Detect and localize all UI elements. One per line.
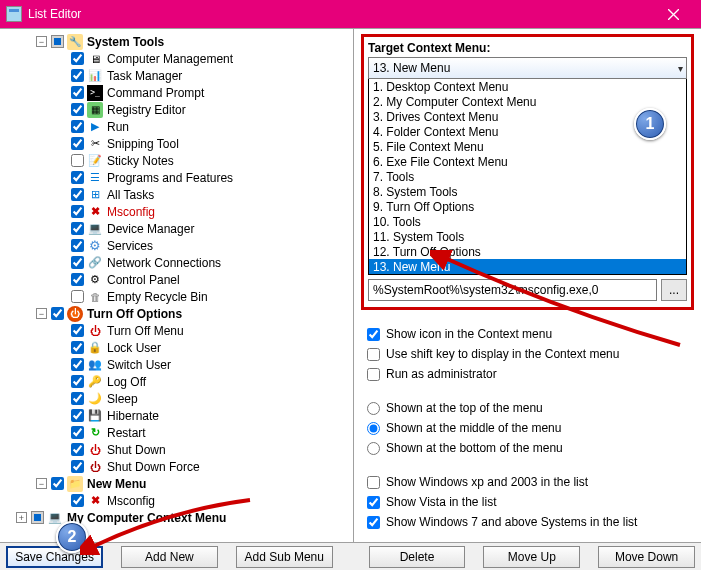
tree-checkbox[interactable] — [71, 120, 84, 133]
tree-node[interactable]: +My Computer Context Menu — [6, 509, 353, 526]
tree-node[interactable]: All Tasks — [6, 186, 353, 203]
tree-node[interactable]: Switch User — [6, 356, 353, 373]
tree-node[interactable]: Task Manager — [6, 67, 353, 84]
tree-node[interactable]: −New Menu — [6, 475, 353, 492]
dropdown-option[interactable]: 11. System Tools — [369, 229, 686, 244]
dropdown-option[interactable]: 3. Drives Context Menu — [369, 109, 686, 124]
tree-node[interactable]: Log Off — [6, 373, 353, 390]
sd-icon — [87, 442, 103, 458]
dropdown-option[interactable]: 6. Exe File Context Menu — [369, 154, 686, 169]
tree-checkbox[interactable] — [71, 290, 84, 303]
dropdown-option[interactable]: 10. Tools — [369, 214, 686, 229]
tree-node[interactable]: Hibernate — [6, 407, 353, 424]
tree-checkbox[interactable] — [71, 341, 84, 354]
tree-node[interactable]: −System Tools — [6, 33, 353, 50]
tree-checkbox[interactable] — [71, 392, 84, 405]
icon-path-input[interactable] — [368, 279, 657, 301]
target-combobox[interactable]: 13. New Menu ▾ — [368, 57, 687, 79]
show-xp-checkbox[interactable] — [367, 476, 380, 489]
tree-scroll[interactable]: −System ToolsComputer ManagementTask Man… — [6, 33, 353, 542]
save-changes-button[interactable]: Save Changes — [6, 546, 103, 568]
tree-checkbox[interactable] — [71, 137, 84, 150]
tree-node[interactable]: Sticky Notes — [6, 152, 353, 169]
run-admin-checkbox[interactable] — [367, 368, 380, 381]
delete-button[interactable]: Delete — [369, 546, 466, 568]
dropdown-option[interactable]: 4. Folder Context Menu — [369, 124, 686, 139]
tree-checkbox[interactable] — [51, 307, 64, 320]
expander-icon[interactable]: − — [36, 36, 47, 47]
tree-checkbox[interactable] — [71, 375, 84, 388]
tree-node[interactable]: Shut Down — [6, 441, 353, 458]
expander-icon[interactable]: + — [16, 512, 27, 523]
tree-checkbox[interactable] — [71, 256, 84, 269]
pos-mid-radio[interactable] — [367, 422, 380, 435]
tree-checkbox[interactable] — [71, 426, 84, 439]
target-dropdown-list[interactable]: 1. Desktop Context Menu2. My Computer Co… — [368, 79, 687, 275]
tree-node[interactable]: Programs and Features — [6, 169, 353, 186]
tree-checkbox[interactable] — [71, 171, 84, 184]
tree-node[interactable]: Computer Management — [6, 50, 353, 67]
tree-checkbox[interactable] — [71, 103, 84, 116]
tree-checkbox[interactable] — [71, 154, 84, 167]
dropdown-option[interactable]: 8. System Tools — [369, 184, 686, 199]
dropdown-option[interactable]: 1. Desktop Context Menu — [369, 79, 686, 94]
expander-icon[interactable]: − — [36, 478, 47, 489]
tree-node[interactable]: Msconfig — [6, 492, 353, 509]
tree-checkbox[interactable] — [51, 35, 64, 48]
move-up-button[interactable]: Move Up — [483, 546, 580, 568]
tree-checkbox[interactable] — [71, 273, 84, 286]
tree-checkbox[interactable] — [71, 443, 84, 456]
tree-node[interactable]: Command Prompt — [6, 84, 353, 101]
tree-node[interactable]: Control Panel — [6, 271, 353, 288]
tree-checkbox[interactable] — [71, 69, 84, 82]
tree-checkbox[interactable] — [31, 511, 44, 524]
tree-label: Snipping Tool — [107, 137, 179, 151]
tree-node[interactable]: Registry Editor — [6, 101, 353, 118]
net-icon — [87, 255, 103, 271]
tree-node[interactable]: Turn Off Menu — [6, 322, 353, 339]
expander-icon[interactable]: − — [36, 308, 47, 319]
show-win7-checkbox[interactable] — [367, 516, 380, 529]
show-vista-checkbox[interactable] — [367, 496, 380, 509]
tree-checkbox[interactable] — [71, 52, 84, 65]
dropdown-option[interactable]: 9. Turn Off Options — [369, 199, 686, 214]
close-button[interactable] — [651, 0, 695, 28]
target-label: Target Context Menu: — [368, 41, 687, 55]
use-shift-checkbox[interactable] — [367, 348, 380, 361]
tree-node[interactable]: Restart — [6, 424, 353, 441]
tree-checkbox[interactable] — [71, 222, 84, 235]
tree-node[interactable]: Network Connections — [6, 254, 353, 271]
add-new-button[interactable]: Add New — [121, 546, 218, 568]
tree-node[interactable]: Empty Recycle Bin — [6, 288, 353, 305]
dropdown-option[interactable]: 7. Tools — [369, 169, 686, 184]
tree-node[interactable]: Lock User — [6, 339, 353, 356]
add-sub-menu-button[interactable]: Add Sub Menu — [236, 546, 333, 568]
dropdown-option[interactable]: 13. New Menu — [369, 259, 686, 274]
tree-checkbox[interactable] — [71, 494, 84, 507]
tree-node[interactable]: Services — [6, 237, 353, 254]
browse-button[interactable]: ... — [661, 279, 687, 301]
tree-checkbox[interactable] — [71, 205, 84, 218]
tree-checkbox[interactable] — [71, 409, 84, 422]
pos-bot-radio[interactable] — [367, 442, 380, 455]
tree-checkbox[interactable] — [51, 477, 64, 490]
tree-node[interactable]: Sleep — [6, 390, 353, 407]
tree-node[interactable]: Run — [6, 118, 353, 135]
tree-checkbox[interactable] — [71, 460, 84, 473]
tree-checkbox[interactable] — [71, 358, 84, 371]
show-icon-checkbox[interactable] — [367, 328, 380, 341]
tree-checkbox[interactable] — [71, 188, 84, 201]
tree-checkbox[interactable] — [71, 86, 84, 99]
move-down-button[interactable]: Move Down — [598, 546, 695, 568]
tree-node[interactable]: Snipping Tool — [6, 135, 353, 152]
dropdown-option[interactable]: 2. My Computer Context Menu — [369, 94, 686, 109]
dropdown-option[interactable]: 5. File Context Menu — [369, 139, 686, 154]
dropdown-option[interactable]: 12. Turn Off Options — [369, 244, 686, 259]
pos-top-radio[interactable] — [367, 402, 380, 415]
tree-node[interactable]: Device Manager — [6, 220, 353, 237]
tree-node[interactable]: Msconfig — [6, 203, 353, 220]
tree-checkbox[interactable] — [71, 239, 84, 252]
tree-node[interactable]: Shut Down Force — [6, 458, 353, 475]
tree-node[interactable]: −Turn Off Options — [6, 305, 353, 322]
tree-checkbox[interactable] — [71, 324, 84, 337]
